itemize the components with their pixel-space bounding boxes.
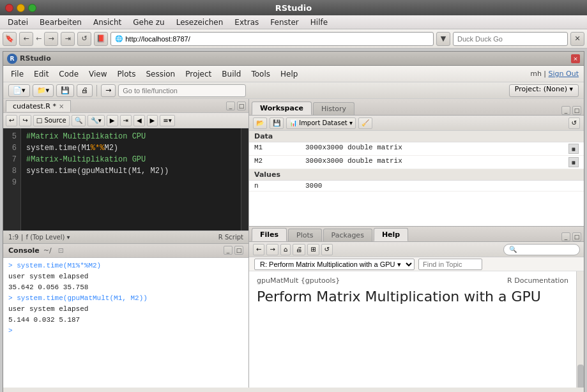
ws-m1-view-icon[interactable]: ▦ — [568, 144, 579, 154]
ws-load-button[interactable]: 📂 — [253, 117, 267, 129]
menu-datei[interactable]: Datei — [3, 17, 33, 28]
ws-row-n[interactable]: n 3000 — [249, 181, 584, 192]
rs-menu-code[interactable]: Code — [56, 68, 81, 80]
menu-lesezeichen[interactable]: Lesezeichen — [171, 17, 229, 28]
maximize-editor-button[interactable]: □ — [237, 102, 246, 110]
ws-row-m1[interactable]: M1 3000x3000 double matrix ▦ — [249, 142, 584, 156]
ws-refresh-button[interactable]: ↺ — [568, 117, 580, 129]
run-to-cursor-button[interactable]: ⇥ — [120, 115, 132, 126]
reload-button[interactable]: ↺ — [77, 32, 91, 46]
menu-fenster[interactable]: Fenster — [265, 17, 304, 28]
rs-sign-out-link[interactable]: Sign Out — [549, 70, 579, 78]
rs-menu-edit[interactable]: Edit — [31, 68, 51, 80]
rs-menu-file[interactable]: File — [8, 68, 26, 80]
history-tab[interactable]: History — [313, 102, 354, 115]
save-button[interactable]: 💾 — [56, 84, 74, 97]
scrollbar-thumb[interactable] — [577, 365, 584, 388]
rs-menu-project[interactable]: Project — [183, 68, 214, 80]
packages-tab[interactable]: Packages — [323, 229, 372, 241]
maximize-workspace-button[interactable]: □ — [572, 106, 581, 115]
browser-bar: 🔖 ← ← → ⇥ ↺ 📕 🌐 ▼ ✕ — [0, 29, 587, 49]
url-input[interactable] — [125, 35, 429, 43]
help-back-button[interactable]: ← — [253, 244, 264, 255]
nav-back-button[interactable]: ◀ — [133, 115, 145, 126]
rstudio-close-button[interactable]: × — [571, 54, 580, 63]
forward-button[interactable]: → — [44, 32, 58, 46]
run-button[interactable]: ▶ — [107, 115, 118, 126]
help-print-button[interactable]: 🖨 — [293, 244, 305, 255]
ws-row-m2[interactable]: M2 3000x3000 double matrix ▦ — [249, 156, 584, 169]
maximize-files-button[interactable]: □ — [572, 232, 581, 241]
skip-forward-button[interactable]: ⇥ — [61, 32, 75, 46]
help-topic-dropdown[interactable]: R: Perform Matrix Multiplication with a … — [254, 259, 415, 270]
ws-import-button[interactable]: 📊 Import Dataset ▾ — [286, 117, 356, 129]
url-bar[interactable]: 🌐 — [111, 32, 434, 46]
editor-scrollbar[interactable] — [241, 128, 248, 230]
new-script-button[interactable]: 📄▾ — [8, 84, 30, 97]
rs-menu-session[interactable]: Session — [143, 68, 178, 80]
plots-tab[interactable]: Plots — [288, 229, 321, 241]
search-input[interactable] — [453, 32, 568, 46]
rs-menu-help[interactable]: Help — [278, 68, 300, 80]
minimize-files-button[interactable]: _ — [561, 232, 570, 241]
undo-button[interactable]: ↩ — [6, 115, 17, 126]
editor-tab-label: cudatest.R * — [13, 102, 56, 110]
nav-icon-left[interactable]: 🔖 — [3, 32, 17, 46]
bookmark-button[interactable]: 📕 — [94, 32, 108, 46]
help-tab[interactable]: Help — [374, 228, 408, 241]
help-find-button[interactable]: ⊞ — [307, 244, 319, 255]
editor-tab-close[interactable]: × — [59, 103, 64, 110]
menu-extras[interactable]: Extras — [229, 17, 264, 28]
print-button[interactable]: 🖨 — [77, 84, 93, 97]
rs-menu-plots[interactable]: Plots — [115, 68, 139, 80]
maximize-window-button[interactable] — [28, 4, 36, 12]
redo-button[interactable]: ↪ — [19, 115, 31, 126]
menu-ansicht[interactable]: Ansicht — [88, 17, 126, 28]
close-window-button[interactable] — [5, 4, 13, 12]
rs-menu-view[interactable]: View — [86, 68, 109, 80]
window-controls[interactable] — [5, 4, 36, 12]
maximize-console-button[interactable]: □ — [234, 246, 243, 255]
project-dropdown[interactable]: Project: (None) ▾ — [509, 84, 579, 97]
code-tools-button[interactable]: 🔧▾ — [88, 115, 105, 126]
workspace-content: Data M1 3000x3000 double matrix ▦ M2 300… — [249, 131, 584, 226]
editor-tab-cudatest[interactable]: cudatest.R * × — [6, 100, 71, 112]
code-area[interactable]: #Matrix Multiplikation CPU system.time(M… — [21, 128, 241, 230]
source-button[interactable]: □ Source — [33, 115, 70, 126]
minimize-window-button[interactable] — [17, 4, 25, 12]
clear-search-button[interactable]: ✕ — [570, 32, 584, 46]
workspace-tab[interactable]: Workspace — [252, 102, 312, 115]
toolbar-separator — [96, 85, 97, 96]
top-right-panel: Workspace History _ □ 📂 💾 📊 Import Datas… — [249, 99, 584, 227]
open-file-button[interactable]: 📁▾ — [33, 84, 54, 97]
back-button[interactable]: ← — [19, 32, 33, 46]
console-path-icon[interactable]: ⊡ — [58, 246, 64, 255]
goto-file-input[interactable] — [118, 84, 246, 97]
find-in-topic-input[interactable] — [418, 259, 482, 270]
minimize-editor-button[interactable]: _ — [226, 102, 235, 110]
help-forward-button[interactable]: → — [266, 244, 278, 255]
help-refresh-button[interactable]: ↺ — [321, 244, 333, 255]
nav-forward-button[interactable]: ▶ — [147, 115, 158, 126]
files-tab[interactable]: Files — [252, 228, 287, 241]
rs-menu-build[interactable]: Build — [219, 68, 243, 80]
ws-save-button[interactable]: 💾 — [270, 117, 284, 129]
help-package-label: gpuMatMult {gputools} — [257, 276, 340, 285]
indent-button[interactable]: ≡▾ — [160, 115, 174, 126]
minimize-console-button[interactable]: _ — [224, 246, 233, 255]
help-home-button[interactable]: ⌂ — [280, 244, 291, 255]
minimize-workspace-button[interactable]: _ — [561, 106, 570, 115]
console-line-5: user system elapsed — [8, 304, 243, 315]
find-button[interactable]: 🔍 — [72, 115, 86, 126]
help-search-input[interactable] — [503, 244, 580, 255]
ws-clear-button[interactable]: 🧹 — [358, 117, 372, 129]
goto-file-button[interactable]: → — [101, 84, 116, 97]
rs-menu-tools[interactable]: Tools — [248, 68, 273, 80]
menu-bearbeiten[interactable]: Bearbeiten — [34, 17, 87, 28]
menu-gehe-zu[interactable]: Gehe zu — [128, 17, 169, 28]
console-content[interactable]: > system.time(M1%*%M2) user system elaps… — [3, 258, 248, 388]
url-go-button[interactable]: ▼ — [436, 32, 450, 46]
menu-hilfe[interactable]: Hilfe — [305, 17, 333, 28]
help-scrollbar[interactable] — [576, 271, 584, 388]
ws-m2-view-icon[interactable]: ▦ — [568, 157, 579, 167]
